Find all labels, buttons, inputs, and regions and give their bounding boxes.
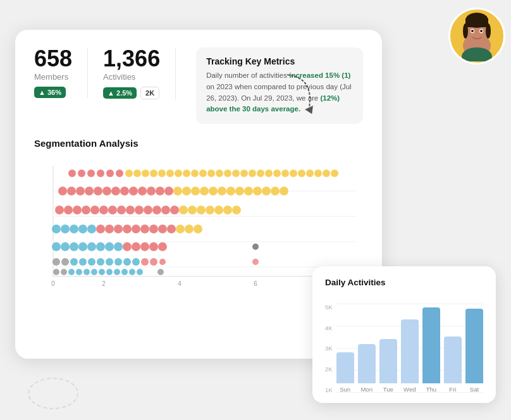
svg-point-93 <box>78 225 87 233</box>
deco-circle <box>28 378 78 409</box>
svg-point-74 <box>99 206 108 214</box>
svg-point-85 <box>197 206 206 214</box>
bar-rect-fri <box>444 337 462 383</box>
svg-point-146 <box>137 269 143 275</box>
svg-point-59 <box>200 187 209 195</box>
bar-rect-tue <box>379 339 397 383</box>
svg-point-69 <box>55 206 64 214</box>
svg-point-128 <box>114 258 122 266</box>
svg-point-29 <box>273 170 281 177</box>
svg-point-91 <box>61 225 70 233</box>
svg-point-32 <box>298 170 305 177</box>
svg-point-44 <box>67 187 76 195</box>
svg-point-99 <box>132 225 140 233</box>
svg-point-86 <box>206 206 214 214</box>
svg-point-13 <box>142 170 149 177</box>
daily-title: Daily Activities <box>325 278 483 287</box>
activities-value: 1,366 <box>103 47 160 70</box>
svg-point-49 <box>111 187 120 195</box>
svg-point-134 <box>252 259 259 265</box>
svg-point-137 <box>68 269 75 275</box>
svg-point-88 <box>223 206 232 214</box>
svg-point-157 <box>471 30 474 32</box>
svg-point-141 <box>99 269 105 275</box>
svg-point-133 <box>159 259 166 265</box>
svg-point-106 <box>194 225 202 233</box>
svg-point-19 <box>191 170 199 177</box>
svg-point-15 <box>158 170 166 177</box>
svg-point-138 <box>76 269 82 275</box>
svg-point-95 <box>96 225 105 233</box>
svg-point-121 <box>52 258 60 266</box>
svg-point-94 <box>87 225 96 233</box>
svg-point-37 <box>68 170 76 177</box>
svg-point-104 <box>176 225 185 233</box>
bar-rect-sat <box>465 309 483 383</box>
svg-point-124 <box>79 258 87 266</box>
svg-point-101 <box>149 225 158 233</box>
svg-point-125 <box>88 258 95 266</box>
svg-point-51 <box>129 187 138 195</box>
y-label-5k: 5K <box>325 304 333 311</box>
bar-label-thu: Thu <box>426 386 436 393</box>
bar-col-wed: Wed <box>401 319 419 393</box>
bar-rect-mon <box>358 344 376 383</box>
svg-point-90 <box>52 225 61 233</box>
svg-point-11 <box>125 170 133 177</box>
svg-point-34 <box>314 170 322 177</box>
svg-point-82 <box>170 206 179 214</box>
svg-text:0: 0 <box>51 280 55 287</box>
segmentation-title: Segmentation Analysis <box>34 138 363 149</box>
svg-point-61 <box>218 187 226 195</box>
svg-point-14 <box>150 170 157 177</box>
svg-rect-152 <box>465 18 488 27</box>
y-label-1k: 1K <box>325 387 333 393</box>
activities-metric: 1,366 Activities ▲ 2.5% 2K <box>103 47 176 99</box>
svg-point-66 <box>262 187 271 195</box>
svg-point-78 <box>135 206 144 214</box>
svg-point-131 <box>141 258 149 266</box>
svg-point-65 <box>253 187 262 195</box>
y-axis: 5K 4K 3K 2K 1K <box>325 304 333 393</box>
svg-point-25 <box>240 170 248 177</box>
svg-point-118 <box>149 242 158 251</box>
svg-point-114 <box>114 242 123 251</box>
svg-point-154 <box>486 23 491 39</box>
svg-point-113 <box>105 242 114 251</box>
svg-point-18 <box>183 170 190 177</box>
bar-col-sat: Sat <box>465 309 483 393</box>
svg-point-117 <box>140 242 149 251</box>
bar-rect-sun <box>336 352 354 383</box>
svg-point-158 <box>480 30 483 32</box>
svg-point-62 <box>226 187 235 195</box>
svg-point-43 <box>58 187 67 195</box>
svg-point-38 <box>78 170 85 177</box>
svg-point-26 <box>249 170 256 177</box>
svg-point-22 <box>216 170 223 177</box>
svg-point-84 <box>188 206 197 214</box>
svg-point-52 <box>138 187 147 195</box>
bar-label-sun: Sun <box>340 386 350 393</box>
activities-badges: ▲ 2.5% 2K <box>103 87 160 99</box>
svg-text:2: 2 <box>102 280 106 287</box>
svg-point-55 <box>164 187 173 195</box>
bar-chart: SunMonTueWedThuFriSat <box>336 304 483 393</box>
svg-point-64 <box>244 187 253 195</box>
svg-point-47 <box>94 187 102 195</box>
svg-point-89 <box>232 206 241 214</box>
bar-label-wed: Wed <box>403 386 416 393</box>
svg-point-80 <box>152 206 161 214</box>
svg-point-28 <box>265 170 273 177</box>
svg-point-16 <box>166 170 174 177</box>
svg-point-17 <box>175 170 182 177</box>
svg-point-76 <box>117 206 126 214</box>
svg-point-129 <box>123 258 131 266</box>
svg-point-143 <box>114 269 120 275</box>
bar-label-fri: Fri <box>449 386 456 393</box>
activities-label: Activities <box>103 72 160 82</box>
svg-point-33 <box>306 170 314 177</box>
svg-point-54 <box>156 187 164 195</box>
svg-point-111 <box>87 242 96 251</box>
svg-point-31 <box>290 170 297 177</box>
svg-point-92 <box>70 225 78 233</box>
